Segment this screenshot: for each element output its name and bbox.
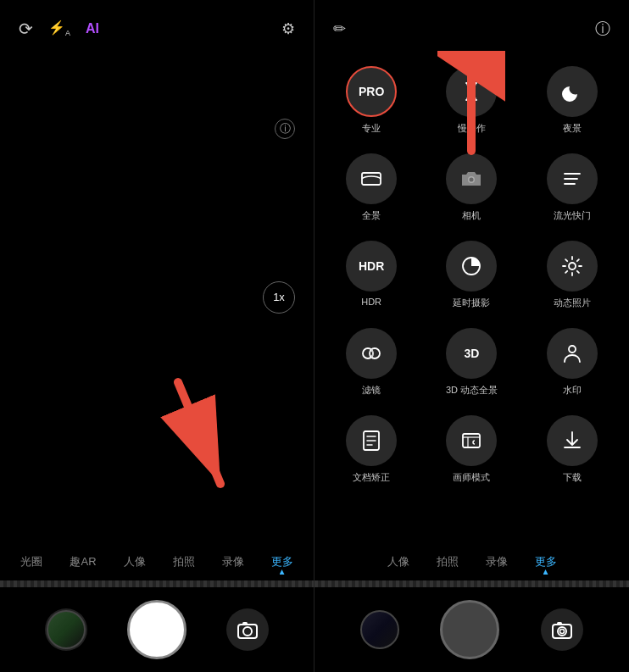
pro-label: 专业 bbox=[362, 122, 381, 135]
mode-cell-3d[interactable]: 3D 3D 动态全景 bbox=[423, 321, 520, 403]
right-mode-bar: 人像 拍照 录像 更多 bbox=[314, 543, 629, 580]
right-top-bar: ✏ ⓘ bbox=[314, 0, 629, 51]
mode-aperture[interactable]: 光圈 bbox=[15, 551, 47, 573]
mode-portrait[interactable]: 人像 bbox=[119, 551, 151, 573]
pie-icon bbox=[459, 254, 483, 278]
left-top-icons: ⟳ ⚡A AI bbox=[19, 19, 99, 39]
right-mode-photo[interactable]: 拍照 bbox=[431, 551, 464, 573]
ai-icon[interactable]: AI bbox=[86, 21, 99, 36]
mode-cell-liveshot[interactable]: 动态照片 bbox=[524, 234, 621, 316]
right-panel: ✏ ⓘ PRO 专业 慢动作 bbox=[314, 0, 629, 672]
svg-rect-5 bbox=[362, 173, 381, 185]
panorama-icon bbox=[359, 167, 383, 191]
panorama-label: 全景 bbox=[362, 209, 381, 222]
mode-more[interactable]: 更多 bbox=[266, 551, 298, 573]
timelapse-label: 延时摄影 bbox=[453, 297, 490, 309]
night-icon-wrap bbox=[547, 66, 598, 117]
shutter-bar-left bbox=[0, 587, 314, 672]
svg-point-14 bbox=[569, 263, 576, 269]
lighttrail-label: 流光快门 bbox=[554, 209, 591, 222]
camera-view: ⓘ 1x bbox=[0, 51, 314, 543]
gear-icon bbox=[560, 254, 584, 278]
pencil-icon[interactable]: ✏ bbox=[333, 19, 346, 38]
shutter-button-right[interactable] bbox=[440, 600, 499, 659]
mode-cell-lighttrail[interactable]: 流光快门 bbox=[524, 147, 621, 229]
flash-icon[interactable]: ⚡A bbox=[48, 19, 70, 37]
settings-icon[interactable]: ⚙ bbox=[281, 19, 295, 38]
pro-icon-wrap: PRO bbox=[346, 66, 397, 117]
svg-point-17 bbox=[569, 346, 576, 353]
gallery-button-left[interactable] bbox=[45, 608, 87, 651]
zoom-label: 1x bbox=[273, 291, 285, 303]
mode-cell-night[interactable]: 夜景 bbox=[524, 59, 621, 142]
mode-video[interactable]: 录像 bbox=[217, 551, 249, 573]
mode-ar[interactable]: 趣AR bbox=[64, 551, 101, 573]
mode-cell-slowmo[interactable]: 慢动作 bbox=[423, 59, 520, 142]
mode-cell-filter[interactable]: 滤镜 bbox=[323, 321, 420, 403]
3d-icon-wrap: 3D bbox=[446, 328, 497, 379]
right-mode-portrait[interactable]: 人像 bbox=[382, 551, 415, 573]
mode-cell-pro[interactable]: PRO 专业 bbox=[323, 59, 420, 142]
hdr-icon-text: HDR bbox=[359, 259, 384, 273]
film-strip-right bbox=[314, 580, 629, 587]
download-label: 下载 bbox=[563, 471, 582, 484]
mode-cell-docscan[interactable]: 文档矫正 bbox=[323, 408, 420, 491]
left-top-bar: ⟳ ⚡A AI ⚙ bbox=[0, 0, 314, 51]
watermark-icon-wrap bbox=[547, 328, 598, 379]
painter-label: 画师模式 bbox=[453, 471, 490, 484]
mode-cell-watermark[interactable]: 水印 bbox=[524, 321, 621, 403]
lines-icon bbox=[560, 167, 584, 191]
shutter-button-left[interactable] bbox=[127, 600, 186, 659]
flip-button-right[interactable] bbox=[541, 608, 583, 651]
download-icon-wrap bbox=[547, 415, 598, 466]
docscan-label: 文档矫正 bbox=[353, 471, 390, 484]
zoom-button[interactable]: 1x bbox=[263, 281, 295, 314]
night-label: 夜景 bbox=[563, 122, 582, 135]
svg-point-25 bbox=[559, 630, 564, 634]
mode-cell-painter[interactable]: 画师模式 bbox=[423, 408, 520, 491]
panorama-icon-wrap bbox=[346, 153, 397, 204]
liveshot-label: 动态照片 bbox=[554, 297, 591, 309]
moon-icon bbox=[560, 80, 584, 103]
hdr-icon-wrap: HDR bbox=[346, 241, 397, 292]
svg-point-3 bbox=[243, 627, 252, 636]
mode-cell-download[interactable]: 下载 bbox=[524, 408, 621, 491]
3d-icon-text: 3D bbox=[465, 347, 480, 360]
right-mode-more[interactable]: 更多 bbox=[530, 551, 562, 573]
docscan-icon-wrap bbox=[346, 415, 397, 466]
svg-rect-22 bbox=[463, 434, 480, 447]
liveshot-icon-wrap bbox=[547, 241, 598, 292]
painter-icon-wrap bbox=[446, 415, 497, 466]
svg-point-7 bbox=[470, 178, 474, 182]
info-icon-right[interactable]: ⓘ bbox=[595, 19, 610, 39]
camera2-icon-wrap bbox=[446, 153, 497, 204]
left-mode-bar: 光圈 趣AR 人像 拍照 录像 更多 bbox=[0, 543, 314, 580]
timelapse-icon-wrap bbox=[446, 241, 497, 292]
pro-icon-text: PRO bbox=[359, 85, 384, 98]
mode-cell-timelapse[interactable]: 延时摄影 bbox=[423, 234, 520, 316]
mode-cell-panorama[interactable]: 全景 bbox=[323, 147, 420, 229]
modes-scroll: PRO 专业 慢动作 夜景 bbox=[314, 51, 629, 543]
gallery-icon-left bbox=[47, 610, 86, 649]
gallery-button-right[interactable] bbox=[360, 610, 399, 649]
red-arrow-left bbox=[136, 365, 246, 501]
svg-rect-4 bbox=[242, 622, 248, 625]
download-icon bbox=[560, 429, 584, 453]
info-button-left[interactable]: ⓘ bbox=[275, 119, 295, 139]
rotate-icon[interactable]: ⟳ bbox=[19, 19, 33, 39]
flip-camera-icon bbox=[236, 618, 259, 641]
mode-cell-hdr[interactable]: HDR HDR bbox=[323, 234, 420, 316]
gallery-icon-right bbox=[360, 610, 399, 649]
doc-icon bbox=[359, 429, 383, 453]
lighttrail-icon-wrap bbox=[547, 153, 598, 204]
mode-cell-camera2[interactable]: 相机 bbox=[423, 147, 520, 229]
shutter-bar-right bbox=[314, 587, 629, 672]
slowmo-label: 慢动作 bbox=[458, 122, 486, 135]
modes-grid: PRO 专业 慢动作 夜景 bbox=[323, 59, 621, 491]
right-mode-video[interactable]: 录像 bbox=[481, 551, 513, 573]
flip-camera-icon-right bbox=[550, 618, 574, 641]
left-panel: ⟳ ⚡A AI ⚙ ⓘ 1x 光圈 bbox=[0, 0, 314, 672]
mode-photo[interactable]: 拍照 bbox=[168, 551, 200, 573]
3d-label: 3D 动态全景 bbox=[446, 384, 498, 397]
flip-button-left[interactable] bbox=[226, 608, 269, 651]
